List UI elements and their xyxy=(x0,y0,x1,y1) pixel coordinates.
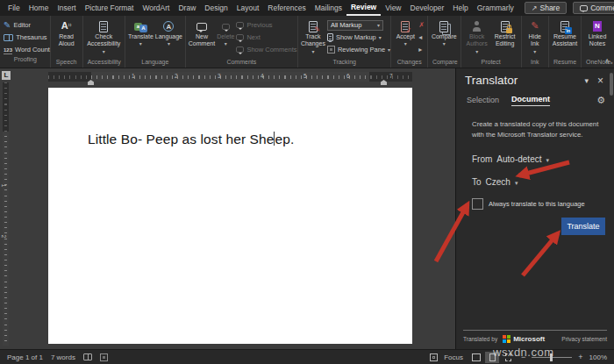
dropdown-caret-icon xyxy=(443,40,446,47)
check-accessibility-button[interactable]: Check Accessibility xyxy=(86,18,122,55)
next-change-button[interactable] xyxy=(418,44,425,55)
privacy-statement-link[interactable]: Privacy statement xyxy=(561,336,607,342)
resume-assistant-button[interactable]: in Resume Assistant xyxy=(552,18,578,48)
hide-ink-button[interactable]: Hide Ink xyxy=(525,18,546,55)
tab-grammarly[interactable]: Grammarly xyxy=(473,0,518,16)
hide-ink-icon xyxy=(531,19,539,33)
watermark: wsxdn.com xyxy=(493,346,554,359)
tab-insert[interactable]: Insert xyxy=(53,0,80,16)
from-label: From xyxy=(472,154,492,164)
restrict-editing-icon xyxy=(501,19,510,33)
page-number-indicator[interactable]: Page 1 of 1 xyxy=(7,353,43,361)
pane-scrollbar[interactable] xyxy=(610,73,613,96)
tab-stop-selector[interactable]: L xyxy=(2,71,11,80)
translator-pane-header: Translator xyxy=(465,74,605,87)
compare-button[interactable]: Compare xyxy=(431,18,458,48)
read-aloud-button[interactable]: A Read Aloud xyxy=(54,18,80,48)
collapse-ribbon-icon[interactable] xyxy=(604,57,610,65)
vertical-ruler[interactable]: 1 2 xyxy=(3,82,9,346)
translate-menu-button[interactable]: aA Translate xyxy=(128,18,154,48)
to-language-value[interactable]: Czech xyxy=(486,177,510,187)
group-proofing: Editor Thesaurus Word Count Proofing xyxy=(1,16,51,68)
compare-icon xyxy=(439,19,448,33)
tab-document[interactable]: Document xyxy=(511,95,550,106)
tab-references[interactable]: References xyxy=(263,0,310,16)
block-authors-button[interactable]: Block Authors xyxy=(464,18,490,55)
tab-design[interactable]: Design xyxy=(200,0,232,16)
tab-layout[interactable]: Layout xyxy=(232,0,264,16)
text-after-cursor: ep. xyxy=(275,132,294,146)
language-group-label: Language xyxy=(128,58,182,68)
left-margin-shade xyxy=(48,72,91,82)
thesaurus-icon xyxy=(4,34,13,41)
next-comment-button[interactable]: Next xyxy=(236,32,296,43)
spellcheck-status-icon[interactable] xyxy=(83,353,92,360)
dropdown-caret-icon xyxy=(311,48,314,55)
previous-comment-button[interactable]: Previous xyxy=(236,19,296,31)
editor-button[interactable]: Editor xyxy=(4,19,47,31)
document-page[interactable]: Little Bo- Peep as lost her Sheep. xyxy=(48,88,412,344)
translator-settings-gear-icon[interactable] xyxy=(596,95,605,106)
tab-wordart[interactable]: WordArt xyxy=(138,0,174,16)
group-language: aA Translate Language Language xyxy=(125,16,186,68)
reviewing-pane-icon xyxy=(327,46,335,54)
reviewing-pane-button[interactable]: Reviewing Pane xyxy=(327,44,390,55)
pane-options-caret-icon[interactable] xyxy=(577,76,596,85)
delete-comment-button[interactable]: Delete xyxy=(217,18,234,48)
group-accessibility: Check Accessibility Accessibility xyxy=(83,16,125,68)
show-markup-label: Show Markup xyxy=(336,33,376,41)
to-language-dropdown-icon[interactable] xyxy=(515,177,518,187)
show-comments-button[interactable]: Show Comments xyxy=(236,44,296,55)
read-mode-view-button[interactable] xyxy=(469,352,483,363)
reject-change-button[interactable] xyxy=(418,19,425,31)
previous-change-button[interactable] xyxy=(418,32,425,43)
translate-button[interactable]: Translate xyxy=(561,218,605,235)
block-authors-label: Block Authors xyxy=(464,33,490,48)
horizontal-ruler[interactable]: 1 2 3 4 5 6 7 xyxy=(48,72,412,82)
tab-mailings[interactable]: Mailings xyxy=(311,0,346,16)
tab-developer[interactable]: Developer xyxy=(406,0,449,16)
tab-home[interactable]: Home xyxy=(25,0,54,16)
reject-change-icon xyxy=(418,21,425,29)
tab-help[interactable]: Help xyxy=(448,0,472,16)
from-language-dropdown-icon[interactable] xyxy=(546,154,550,164)
language-button[interactable]: Language xyxy=(155,18,182,48)
microsoft-brand-label: Microsoft xyxy=(513,335,545,343)
editor-icon xyxy=(4,20,11,30)
from-language-value[interactable]: Auto-detect xyxy=(496,154,541,164)
document-text[interactable]: Little Bo- Peep as lost her Sheep. xyxy=(88,132,294,147)
new-comment-button[interactable]: New Comment xyxy=(189,18,215,48)
zoom-in-button[interactable] xyxy=(578,353,582,361)
tab-file[interactable]: File xyxy=(4,0,25,16)
share-button[interactable]: ↗ Share xyxy=(525,2,567,14)
tab-view[interactable]: View xyxy=(381,0,405,16)
accessibility-status-icon[interactable] xyxy=(100,353,108,361)
display-for-review-select[interactable]: All Markup xyxy=(327,19,390,31)
track-changes-button[interactable]: Track Changes xyxy=(301,18,325,55)
next-comment-icon xyxy=(236,34,244,40)
linked-notes-button[interactable]: N Linked Notes xyxy=(584,18,610,48)
always-translate-checkbox[interactable] xyxy=(472,198,483,210)
dropdown-caret-icon xyxy=(103,48,105,55)
zoom-level-indicator[interactable]: 100% xyxy=(589,353,607,361)
speech-group-label: Speech xyxy=(54,58,80,68)
restrict-editing-label: Restrict Editing xyxy=(492,33,518,48)
thesaurus-button[interactable]: Thesaurus xyxy=(4,32,47,43)
comments-button[interactable]: Comments xyxy=(573,2,614,14)
new-comment-label: New Comment xyxy=(189,33,215,48)
tab-draw[interactable]: Draw xyxy=(174,0,200,16)
group-compare: Compare Compare xyxy=(428,16,461,68)
show-markup-button[interactable]: Show Markup xyxy=(327,32,390,43)
ruler-number: 2 xyxy=(1,235,7,239)
accept-icon xyxy=(401,19,410,33)
word-count-indicator[interactable]: 7 words xyxy=(51,353,75,361)
tab-review[interactable]: Review xyxy=(346,0,381,16)
pane-close-icon[interactable] xyxy=(596,75,605,87)
tab-selection[interactable]: Selection xyxy=(467,96,499,106)
focus-label[interactable]: Focus xyxy=(444,353,463,361)
tab-picture-format[interactable]: Picture Format xyxy=(81,0,139,16)
previous-comment-label: Previous xyxy=(246,21,272,29)
accept-button[interactable]: Accept xyxy=(394,18,417,48)
restrict-editing-button[interactable]: Restrict Editing xyxy=(492,18,518,48)
word-count-button[interactable]: Word Count xyxy=(4,44,47,55)
